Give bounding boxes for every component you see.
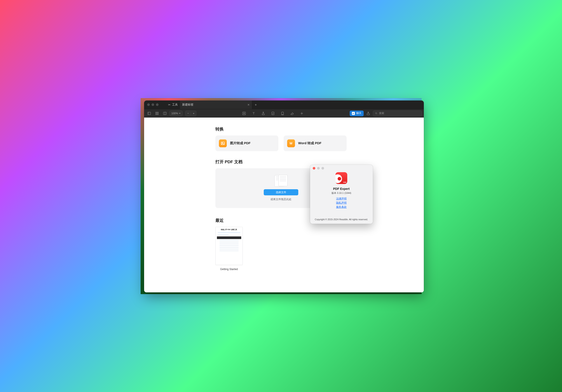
about-copyright: Copyright © 2015-2024 Readdle. All right… xyxy=(315,218,368,221)
about-window-controls[interactable] xyxy=(310,165,324,169)
svg-point-16 xyxy=(375,112,377,114)
text-tool-button[interactable] xyxy=(250,111,257,116)
annotate-text-button[interactable] xyxy=(241,111,247,116)
stamp-tool-button[interactable] xyxy=(279,111,286,116)
about-app-name: PDF Expert xyxy=(333,187,350,190)
convert-heading: 转换 xyxy=(215,126,424,132)
svg-rect-3 xyxy=(157,112,158,113)
recent-item-name: Getting Started xyxy=(215,268,243,271)
book-icon xyxy=(163,112,167,115)
two-page-button[interactable] xyxy=(162,111,168,116)
about-minimize-dot xyxy=(317,167,320,169)
thumbnails-button[interactable] xyxy=(154,111,160,116)
tools-tab-label: 工具 xyxy=(172,103,178,107)
document-tab[interactable]: 新建标签 ✕ xyxy=(180,101,252,109)
search-field[interactable]: 搜索 xyxy=(373,111,422,116)
upload-icon xyxy=(261,112,265,115)
letter-a-icon xyxy=(242,112,246,115)
sidebar-toggle-button[interactable] xyxy=(146,111,152,116)
app-icon: PDF xyxy=(335,172,347,184)
close-tab-icon[interactable]: ✕ xyxy=(247,103,250,106)
new-tab-button[interactable]: ＋ xyxy=(252,101,259,109)
toolbar-center-tools xyxy=(241,111,305,116)
ai-icon: ai xyxy=(352,112,355,115)
main-content: 转换 图片转成 PDF W Word 转成 PDF 打开 PDF 文档 xyxy=(144,118,424,292)
text-t-icon xyxy=(252,112,256,115)
svg-line-17 xyxy=(376,114,377,114)
open-heading: 打开 PDF 文档 xyxy=(215,159,424,165)
export-button[interactable] xyxy=(365,111,372,116)
about-zoom-dot xyxy=(321,167,324,169)
add-tool-button[interactable] xyxy=(298,111,305,116)
plus-icon xyxy=(300,112,304,115)
grid-icon xyxy=(155,112,159,115)
svg-rect-2 xyxy=(156,112,157,113)
documents-stack-icon xyxy=(274,175,288,187)
tools-icon: ✂︎ xyxy=(168,103,171,106)
stamp-icon xyxy=(281,112,284,115)
zoom-out-button[interactable]: − xyxy=(186,112,191,115)
svg-rect-15 xyxy=(367,113,370,115)
word-to-pdf-label: Word 转成 PDF xyxy=(298,141,321,145)
close-window-dot[interactable] xyxy=(147,103,150,106)
svg-rect-5 xyxy=(157,114,158,115)
recent-thumbnail: 快速上手 PDF 点睛工具 xyxy=(215,227,243,265)
share-button[interactable] xyxy=(260,111,267,116)
sidebar-icon xyxy=(147,112,151,115)
toolbar: 100% − ＋ xyxy=(144,109,424,118)
eraser-icon xyxy=(290,112,294,115)
image-to-pdf-card[interactable]: 图片转成 PDF xyxy=(215,135,278,151)
zoom-in-button[interactable]: ＋ xyxy=(191,112,196,115)
window-controls[interactable] xyxy=(144,103,166,106)
word-icon: W xyxy=(287,139,295,147)
svg-rect-4 xyxy=(156,114,157,115)
main-window: ✂︎ 工具 新建标签 ✕ ＋ 100% − xyxy=(144,101,424,292)
recent-item[interactable]: 快速上手 PDF 点睛工具 Getting Started xyxy=(215,227,243,271)
zoom-control[interactable]: 100% xyxy=(169,111,183,116)
document-tab-label: 新建标签 xyxy=(182,103,194,107)
thumb-title: 快速上手 PDF 点睛工具 xyxy=(217,229,241,231)
image-icon xyxy=(219,139,227,147)
pdf-badge: PDF xyxy=(343,182,346,183)
export-icon xyxy=(366,112,370,115)
drag-hint-label: 或将文件拖至此处 xyxy=(270,198,292,201)
svg-rect-9 xyxy=(262,114,265,115)
search-icon xyxy=(375,112,378,115)
form-icon xyxy=(271,112,275,115)
titlebar: ✂︎ 工具 新建标签 ✕ ＋ xyxy=(144,101,424,109)
zoom-level-label[interactable]: 100% xyxy=(170,112,183,115)
word-to-pdf-card[interactable]: W Word 转成 PDF xyxy=(284,135,347,151)
search-placeholder: 搜索 xyxy=(379,112,384,115)
chat-label: 聊天 xyxy=(356,112,362,115)
about-dialog: PDF PDF Expert 版本 3.10.1 (1044) 法律声明 隐私声… xyxy=(310,165,373,224)
about-version: 版本 3.10.1 (1044) xyxy=(331,191,351,195)
minimize-window-dot[interactable] xyxy=(152,103,154,106)
terms-link[interactable]: 服务条款 xyxy=(336,205,347,209)
zoom-window-dot[interactable] xyxy=(156,103,159,106)
choose-file-button[interactable]: 选择文件 xyxy=(264,189,298,195)
zoom-stepper: − ＋ xyxy=(185,111,196,116)
legal-link[interactable]: 法律声明 xyxy=(336,197,347,201)
about-close-dot[interactable] xyxy=(313,167,315,169)
eraser-tool-button[interactable] xyxy=(289,111,295,116)
image-to-pdf-label: 图片转成 PDF xyxy=(230,141,251,145)
svg-rect-10 xyxy=(272,112,274,115)
tools-tab[interactable]: ✂︎ 工具 xyxy=(166,101,180,109)
svg-rect-11 xyxy=(282,112,284,114)
privacy-link[interactable]: 隐私声明 xyxy=(336,201,347,205)
form-tool-button[interactable] xyxy=(270,111,276,116)
svg-rect-0 xyxy=(148,112,151,115)
ai-chat-button[interactable]: ai 聊天 xyxy=(350,111,364,116)
